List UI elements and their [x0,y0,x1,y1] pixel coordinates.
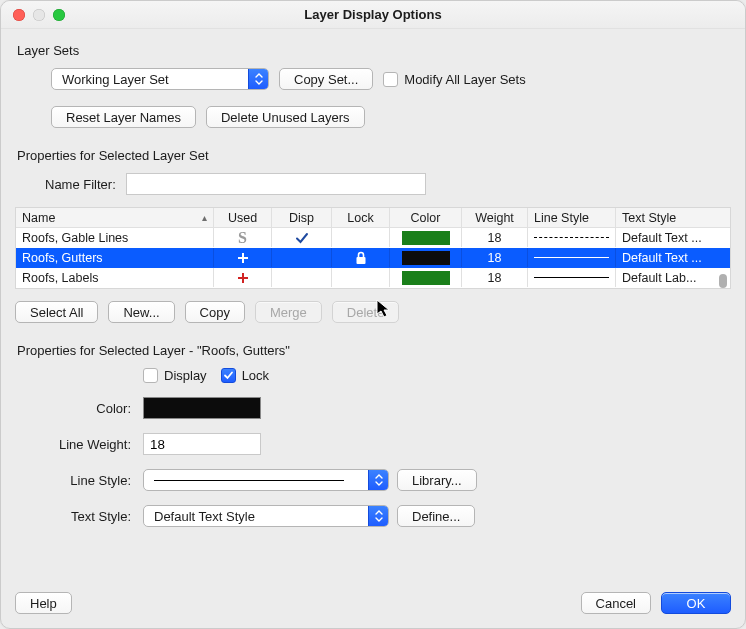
cell-weight[interactable]: 18 [462,248,528,267]
col-color[interactable]: Color [390,208,462,227]
cell-weight[interactable]: 18 [462,228,528,247]
cell-lock[interactable] [332,228,390,247]
plus-icon [237,252,249,264]
col-used[interactable]: Used [214,208,272,227]
modify-all-label: Modify All Layer Sets [404,72,525,87]
lock-icon [355,251,367,265]
cell-line-style[interactable] [528,268,616,287]
color-label: Color: [15,401,135,416]
cell-line-style[interactable] [528,228,616,247]
line-weight-label: Line Weight: [15,437,135,452]
col-lock[interactable]: Lock [332,208,390,227]
table-header: Name▴ Used Disp Lock Color Weight Line S… [16,208,730,228]
cell-disp[interactable] [272,268,332,287]
table-row[interactable]: Roofs, Gable Lines S 18 Default Text ... [16,228,730,248]
sort-asc-icon: ▴ [202,212,207,223]
cell-color[interactable] [390,248,462,267]
cell-lock[interactable] [332,248,390,267]
layer-sets-heading: Layer Sets [17,43,731,58]
select-all-button[interactable]: Select All [15,301,98,323]
cell-text-style[interactable]: Default Text ... [616,228,726,247]
chevron-updown-icon [248,69,268,89]
line-style-dropdown[interactable] [143,469,389,491]
table-row[interactable]: Roofs, Gutters 18 Default Text ... [16,248,730,268]
cell-disp[interactable] [272,248,332,267]
chevron-updown-icon [368,506,388,526]
plus-icon [237,272,249,284]
check-icon [294,230,310,246]
cancel-button[interactable]: Cancel [581,592,651,614]
cell-weight[interactable]: 18 [462,268,528,287]
delete-unused-layers-button[interactable]: Delete Unused Layers [206,106,365,128]
delete-button: Delete [332,301,400,323]
color-swatch-button[interactable] [143,397,261,419]
cell-name: Roofs, Gable Lines [16,228,214,247]
merge-button: Merge [255,301,322,323]
chevron-updown-icon [368,470,388,490]
window-title: Layer Display Options [1,7,745,22]
text-style-label: Text Style: [15,509,135,524]
help-button[interactable]: Help [15,592,72,614]
name-filter-label: Name Filter: [45,177,116,192]
text-style-value: Default Text Style [144,509,263,524]
cell-name: Roofs, Gutters [16,248,214,267]
cell-color[interactable] [390,228,462,247]
define-button[interactable]: Define... [397,505,475,527]
layer-set-dropdown[interactable]: Working Layer Set [51,68,269,90]
library-button[interactable]: Library... [397,469,477,491]
selected-layer-heading: Properties for Selected Layer - "Roofs, … [17,343,731,358]
name-filter-input[interactable] [126,173,426,195]
line-style-label: Line Style: [15,473,135,488]
col-name[interactable]: Name▴ [16,208,214,227]
text-style-dropdown[interactable]: Default Text Style [143,505,389,527]
cell-text-style[interactable]: Default Lab... [616,268,726,287]
titlebar: Layer Display Options [1,1,745,29]
checkbox-icon [143,368,158,383]
copy-layer-button[interactable]: Copy [185,301,245,323]
svg-rect-0 [356,257,365,264]
cell-used [214,248,272,267]
layer-set-dropdown-value: Working Layer Set [52,72,177,87]
cell-name: Roofs, Labels [16,268,214,287]
reset-layer-names-button[interactable]: Reset Layer Names [51,106,196,128]
cell-lock[interactable] [332,268,390,287]
cell-disp[interactable] [272,228,332,247]
layers-table: Name▴ Used Disp Lock Color Weight Line S… [15,207,731,289]
scrollbar-thumb[interactable] [719,274,727,288]
selected-set-heading: Properties for Selected Layer Set [17,148,731,163]
col-line-style[interactable]: Line Style [528,208,616,227]
copy-set-button[interactable]: Copy Set... [279,68,373,90]
line-weight-input[interactable] [143,433,261,455]
table-row[interactable]: Roofs, Labels 18 Default Lab... [16,268,730,288]
display-label: Display [164,368,207,383]
used-s-icon: S [238,229,247,247]
display-checkbox[interactable]: Display [143,368,207,383]
dialog-window: Layer Display Options Layer Sets Working… [0,0,746,629]
col-disp[interactable]: Disp [272,208,332,227]
lock-checkbox[interactable]: Lock [221,368,269,383]
checkbox-icon [383,72,398,87]
modify-all-layer-sets-checkbox[interactable]: Modify All Layer Sets [383,72,525,87]
checkbox-checked-icon [221,368,236,383]
lock-label: Lock [242,368,269,383]
cell-used: S [214,228,272,247]
new-layer-button[interactable]: New... [108,301,174,323]
col-weight[interactable]: Weight [462,208,528,227]
cell-text-style[interactable]: Default Text ... [616,248,726,267]
cell-used [214,268,272,287]
cell-line-style[interactable] [528,248,616,267]
col-text-style[interactable]: Text Style [616,208,726,227]
ok-button[interactable]: OK [661,592,731,614]
cell-color[interactable] [390,268,462,287]
